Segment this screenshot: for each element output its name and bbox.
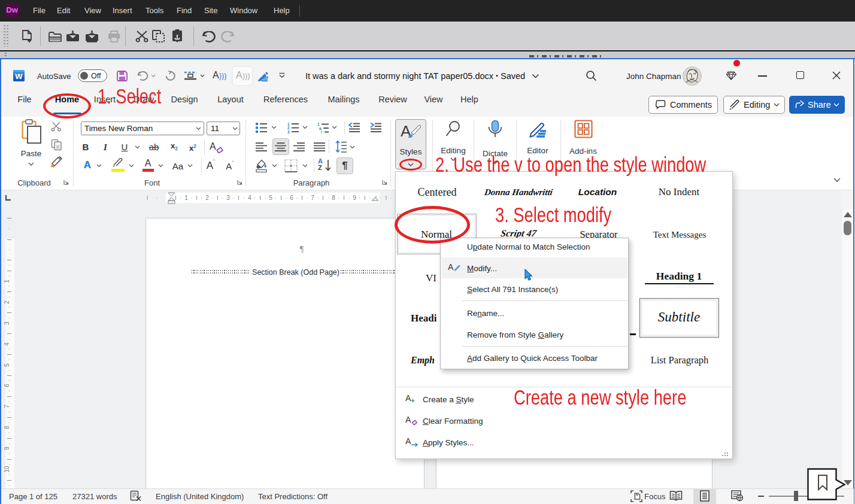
svg-text:3: 3 [226,195,230,201]
svg-text:8: 8 [4,426,10,429]
svg-text:3: 3 [287,130,290,134]
svg-text:7: 7 [4,405,10,408]
svg-text:8: 8 [332,195,335,201]
svg-text:4: 4 [4,342,10,346]
svg-text:W: W [15,72,23,81]
svg-text:i: i [321,130,322,133]
svg-text:6: 6 [290,195,293,201]
svg-text:2: 2 [4,300,10,304]
svg-text:3: 3 [4,321,10,325]
svg-text:2: 2 [205,195,209,201]
svg-text:9: 9 [4,447,10,450]
svg-text:9: 9 [353,195,356,201]
svg-text:4: 4 [248,195,251,201]
svg-text:5: 5 [4,363,10,367]
svg-text:7: 7 [311,195,314,201]
svg-text:10: 10 [4,466,10,473]
svg-text:5: 5 [269,195,272,201]
svg-text:1: 1 [4,280,10,283]
svg-text:6: 6 [4,384,10,387]
svg-text:1: 1 [184,195,188,201]
